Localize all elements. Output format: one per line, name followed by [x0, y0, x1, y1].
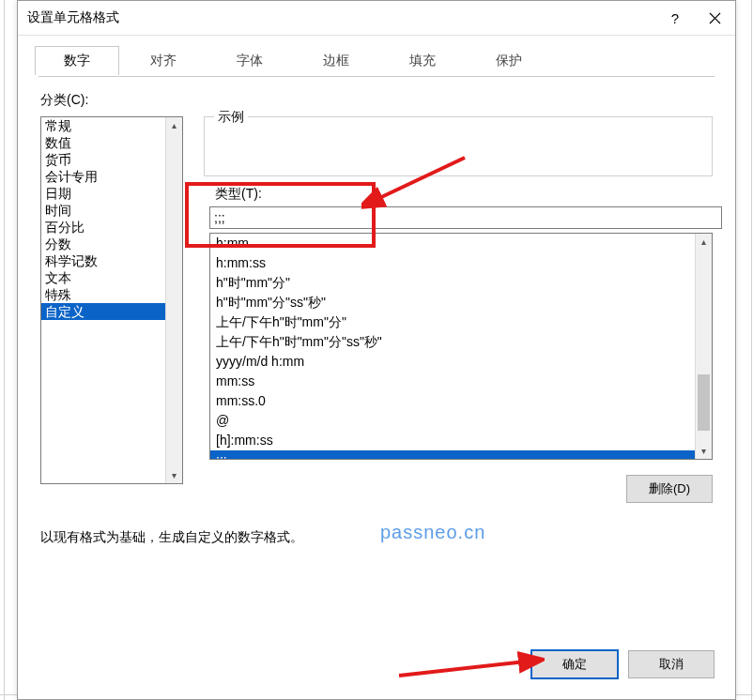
- tab-font[interactable]: 字体: [207, 46, 292, 75]
- example-group: 示例: [204, 116, 713, 176]
- list-item[interactable]: h:mm: [210, 234, 696, 253]
- scroll-up-icon[interactable]: ▴: [696, 234, 712, 250]
- list-item[interactable]: yyyy/m/d h:mm: [210, 352, 696, 372]
- scrollbar[interactable]: ▴ ▾: [695, 234, 712, 459]
- tab-fill[interactable]: 填充: [380, 46, 465, 75]
- scroll-down-icon[interactable]: ▾: [696, 443, 712, 459]
- tab-border[interactable]: 边框: [294, 46, 378, 75]
- list-item[interactable]: ;;;: [210, 450, 696, 459]
- list-item[interactable]: 上午/下午h"时"mm"分": [210, 312, 696, 332]
- list-item[interactable]: h"时"mm"分": [210, 273, 696, 293]
- hint-text: 以现有格式为基础，生成自定义的数字格式。: [40, 529, 303, 546]
- scroll-down-icon[interactable]: ▾: [166, 467, 182, 483]
- list-item[interactable]: 文本: [41, 269, 182, 286]
- list-item[interactable]: mm:ss: [210, 372, 696, 391]
- list-item[interactable]: mm:ss.0: [210, 391, 696, 411]
- example-label: 示例: [214, 109, 248, 126]
- ok-button[interactable]: 确定: [530, 649, 619, 679]
- list-item[interactable]: h"时"mm"分"ss"秒": [210, 293, 696, 312]
- list-item[interactable]: 时间: [41, 202, 182, 219]
- scrollbar-thumb[interactable]: [698, 374, 710, 431]
- type-label: 类型(T):: [215, 186, 262, 203]
- category-listbox[interactable]: 常规 数值 货币 会计专用 日期 时间 百分比 分数 科学记数 文本 特殊 自定…: [40, 116, 183, 484]
- tab-number[interactable]: 数字: [35, 46, 119, 75]
- dialog-title: 设置单元格格式: [27, 9, 119, 26]
- cancel-button[interactable]: 取消: [628, 650, 715, 678]
- help-button[interactable]: ?: [656, 1, 694, 35]
- tab-content: 分类(C): 常规 数值 货币 会计专用 日期 时间 百分比 分数 科学记数 文…: [18, 75, 735, 639]
- delete-button[interactable]: 删除(D): [626, 475, 713, 503]
- watermark-text: passneo.cn: [380, 522, 485, 543]
- format-listbox[interactable]: h:mm h:mm:ss h"时"mm"分" h"时"mm"分"ss"秒" 上午…: [209, 233, 713, 460]
- type-input[interactable]: [209, 206, 722, 229]
- list-item[interactable]: 自定义: [41, 303, 182, 320]
- tab-protection[interactable]: 保护: [467, 46, 551, 75]
- list-item[interactable]: [h]:mm:ss: [210, 431, 696, 450]
- list-item[interactable]: @: [210, 411, 696, 431]
- scrollbar[interactable]: ▴ ▾: [165, 117, 182, 483]
- list-item[interactable]: 数值: [41, 134, 182, 151]
- list-item[interactable]: 常规: [41, 117, 182, 134]
- list-item[interactable]: h:mm:ss: [210, 253, 696, 273]
- tab-bar: 数字 对齐 字体 边框 填充 保护: [18, 36, 735, 75]
- list-item[interactable]: 日期: [41, 185, 182, 202]
- list-item[interactable]: 科学记数: [41, 252, 182, 269]
- scroll-up-icon[interactable]: ▴: [166, 117, 182, 133]
- format-cells-dialog: 设置单元格格式 ? 数字 对齐 字体 边框 填充 保护 分类(C): 常规 数值…: [17, 0, 736, 700]
- titlebar: 设置单元格格式 ?: [18, 1, 735, 36]
- close-button[interactable]: [694, 1, 735, 35]
- list-item[interactable]: 特殊: [41, 286, 182, 303]
- tab-alignment[interactable]: 对齐: [121, 46, 206, 75]
- close-icon: [709, 12, 721, 24]
- dialog-footer: 确定 取消: [18, 639, 735, 699]
- list-item[interactable]: 分数: [41, 236, 182, 252]
- list-item[interactable]: 上午/下午h"时"mm"分"ss"秒": [210, 332, 696, 352]
- list-item[interactable]: 货币: [41, 151, 182, 168]
- list-item[interactable]: 百分比: [41, 219, 182, 236]
- list-item[interactable]: 会计专用: [41, 168, 182, 185]
- category-label: 分类(C):: [40, 92, 713, 109]
